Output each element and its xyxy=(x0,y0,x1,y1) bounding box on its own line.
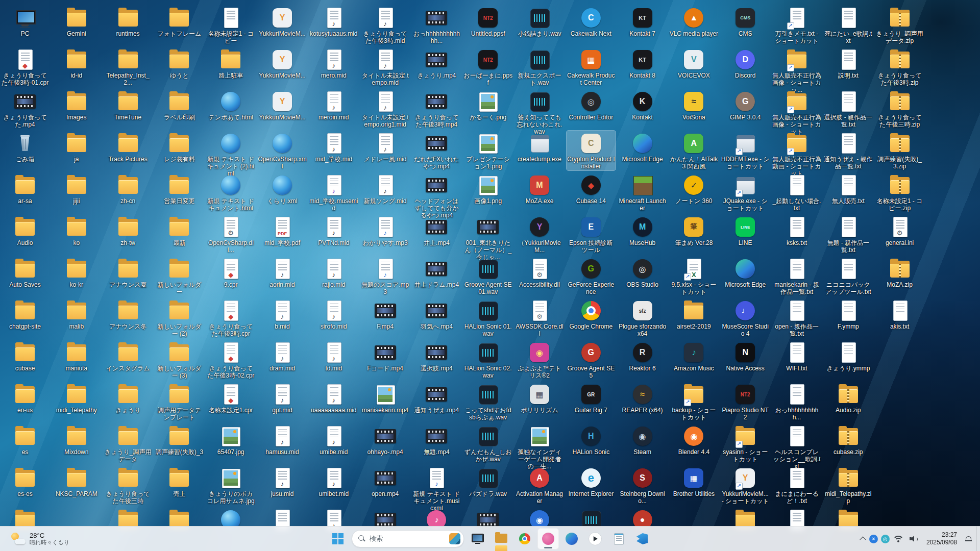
desktop-icon[interactable]: zh-cn xyxy=(104,172,153,205)
desktop-icon[interactable]: cubase xyxy=(1,340,50,372)
desktop-icon[interactable]: だれだFXいれたやつ.mp4 xyxy=(412,131,461,170)
desktop-icon[interactable]: LINELINE xyxy=(721,214,770,247)
desktop-icon[interactable]: 路上駐車 xyxy=(206,47,255,80)
desktop-icon[interactable]: SSteinberg Downlo... xyxy=(618,465,667,505)
desktop-icon[interactable]: es xyxy=(1,423,50,456)
desktop-icon[interactable]: ♪jusu.mid xyxy=(258,465,307,498)
taskbar-app-monitor-taskbar-button[interactable] xyxy=(467,528,488,549)
desktop-icon[interactable]: 孤独なインディーゲーム開発者の一生... xyxy=(515,423,564,470)
desktop-icon[interactable]: GGIMP 3.0.4 xyxy=(721,89,770,121)
desktop-icon[interactable]: NKSC_PARAM xyxy=(52,465,101,498)
desktop-icon[interactable]: _起動しない場合.txt xyxy=(772,172,821,212)
desktop-icon[interactable]: きょうり食ってた.mp4 xyxy=(1,89,50,129)
desktop-icon[interactable]: Images xyxy=(52,89,101,121)
desktop-icon[interactable]: おっhhhhhhhhhh... xyxy=(772,382,821,421)
desktop-icon[interactable]: Y（YukkuriMovieM... xyxy=(515,214,564,254)
desktop-icon[interactable]: テンポあて.html xyxy=(206,89,255,121)
tray-app-teal-icon[interactable]: ◎ xyxy=(881,535,890,543)
microsoft-edge-taskbar-button[interactable] xyxy=(561,528,582,549)
desktop-icon[interactable]: 売上 xyxy=(155,465,204,498)
desktop-icon[interactable]: runtimes xyxy=(104,5,153,38)
search-box[interactable]: 検索 xyxy=(352,530,464,547)
desktop-icon[interactable]: manisekarin - 親作品一覧.txt xyxy=(772,256,821,296)
desktop-icon[interactable]: ◉Steam xyxy=(618,423,667,456)
tray-overflow-chevron[interactable] xyxy=(858,530,868,548)
desktop-icon[interactable]: ◉Blender 4.4 xyxy=(669,423,718,456)
volume-button[interactable] xyxy=(907,530,921,548)
desktop-icon[interactable]: ニコニコバックアップツール.txt xyxy=(824,256,873,296)
desktop-icon[interactable]: Google Chrome xyxy=(567,298,616,331)
desktop-icon[interactable]: 調声練習(失敗)_3 xyxy=(155,423,204,456)
desktop-icon[interactable]: 井上.mp4 xyxy=(412,214,461,247)
google-chrome-taskbar-button[interactable] xyxy=(514,528,535,549)
desktop-icon[interactable]: YYukkuriMovieM... xyxy=(258,5,307,38)
desktop-icon[interactable]: ko-kr xyxy=(52,256,101,289)
desktop-icon[interactable]: backup - ショートカット xyxy=(669,382,718,421)
desktop-icon[interactable]: Fコード.mp4 xyxy=(361,340,410,372)
desktop-icon[interactable]: 通知うぜえ.mp4 xyxy=(412,382,461,414)
desktop-icon[interactable]: かるーく.png xyxy=(463,89,512,121)
desktop-icon[interactable]: NT2Untitled.ppsf xyxy=(463,5,512,38)
desktop-icon[interactable]: レジ袋有料 xyxy=(155,131,204,163)
show-desktop-strip[interactable] xyxy=(976,527,980,551)
desktop-icon[interactable]: open.mp4 xyxy=(361,465,410,498)
desktop-icon[interactable]: Track Pictures xyxy=(104,131,153,163)
desktop-icon[interactable]: 無人販売不正行為画像 - ショートカッ... xyxy=(772,47,821,93)
desktop-icon[interactable]: 万引きメモ.txt - ショートカット xyxy=(772,5,821,45)
desktop-icon[interactable]: ◆きょうり食ってた午後3時-01.cpr xyxy=(1,47,50,87)
desktop-icon[interactable]: ♪PVTNd.mid xyxy=(309,214,358,247)
desktop-icon[interactable]: MMuseHub xyxy=(618,214,667,247)
desktop-icon[interactable]: きょうり食ってた午後3時.mp4 xyxy=(412,89,461,129)
desktop-icon[interactable]: きょうり.mp4 xyxy=(412,47,461,80)
desktop-icon[interactable]: CMSCMS xyxy=(721,5,770,38)
desktop-icon[interactable]: 最新 xyxy=(155,214,204,247)
desktop-icon[interactable]: manisekarin.mp4 xyxy=(361,382,410,414)
desktop-icon[interactable]: 無人販売.txt xyxy=(824,172,873,205)
desktop-icon[interactable]: 小銭詰まり.wav xyxy=(515,5,564,38)
desktop-icon[interactable]: Minecraft Launcher xyxy=(618,172,667,212)
desktop-icon[interactable]: 調声用データテンプレート xyxy=(155,382,204,421)
desktop-icon[interactable]: 新しいフォルダー (2) xyxy=(155,298,204,338)
desktop-icon[interactable]: ♪mero.mid xyxy=(309,47,358,80)
desktop-icon[interactable]: ♪mid_学校.mid xyxy=(309,131,358,163)
weather-widget[interactable]: 28°C 晴れ時々くもり xyxy=(5,529,75,548)
desktop-icon[interactable]: Gemini xyxy=(52,5,101,38)
desktop-icon[interactable]: open - 親作品一覧.txt xyxy=(772,298,821,338)
desktop-icon[interactable]: ♪わかりやす.mp3 xyxy=(361,214,410,247)
desktop-icon[interactable]: 新規エクスポート.wav xyxy=(515,47,564,87)
desktop-icon[interactable]: ar-sa xyxy=(1,172,50,205)
desktop-icon[interactable]: ⚙OpenCvSharp.dll... xyxy=(206,214,255,254)
desktop-icon[interactable]: zh-tw xyxy=(104,214,153,247)
desktop-icon[interactable]: ♪新規ソング.mid xyxy=(361,172,410,205)
desktop-icon[interactable]: 名称未設定1 - コピー xyxy=(206,5,255,45)
desktop-icon[interactable]: ◎OBS Studio xyxy=(618,256,667,289)
desktop-icon[interactable]: ♪kotusytuaaus.mid xyxy=(309,5,358,38)
desktop-icon[interactable]: ♪uaaaaaaaaa.mid xyxy=(309,382,358,414)
desktop-icon[interactable]: 選択肢.mp4 xyxy=(412,340,461,372)
desktop-icon[interactable]: es-es xyxy=(1,465,50,498)
desktop-icon[interactable]: WIFI.txt xyxy=(772,340,821,372)
desktop-icon[interactable]: CCakewalk Next xyxy=(567,5,616,38)
desktop-icon[interactable]: ◉ぷよぷよ™テトリス®2 xyxy=(515,340,564,380)
desktop-icon[interactable]: ♪td.mid xyxy=(309,340,358,372)
desktop-icon[interactable]: HDDFMT.exe - ショートカット xyxy=(721,131,770,170)
desktop-icon[interactable]: malib xyxy=(52,298,101,331)
desktop-icon[interactable]: ♪umibet.mid xyxy=(309,465,358,498)
desktop-icon[interactable]: Telepathy_Inst_2... xyxy=(104,47,153,87)
desktop-icon[interactable]: まにまにわーるど！.txt xyxy=(772,465,821,505)
desktop-icon[interactable]: 新しいフォルダー (3) xyxy=(155,340,204,380)
desktop-icon[interactable]: 答え知ってても忘れないわこれ.wav xyxy=(515,89,564,135)
desktop-icon[interactable]: 説明.txt xyxy=(824,47,873,80)
clock[interactable]: 23:27 2025/09/08 xyxy=(922,530,961,548)
desktop-icon[interactable]: ◆きょうり食ってた午後3時-02.cpr xyxy=(206,340,255,380)
desktop-icon[interactable]: ずんだもん_しおかぜ.wav xyxy=(463,423,512,463)
desktop-icon[interactable]: PC xyxy=(1,5,50,38)
desktop-icon[interactable]: きょうり xyxy=(104,382,153,414)
desktop-icon[interactable]: sfzPlogue sforzando x64 xyxy=(618,298,667,338)
desktop-icon[interactable]: F.mp4 xyxy=(361,298,410,331)
desktop-icon[interactable]: EEpson 接続診断ツール xyxy=(567,214,616,254)
desktop-icon[interactable]: 無人販売不正行為画像 - ショートカット xyxy=(772,89,821,135)
desktop-icon[interactable]: ♪umibe.mid xyxy=(309,423,358,456)
tray-app-x-icon[interactable]: × xyxy=(869,535,878,543)
desktop-icon[interactable]: NT2Piapro Studio NT2 xyxy=(721,382,770,421)
